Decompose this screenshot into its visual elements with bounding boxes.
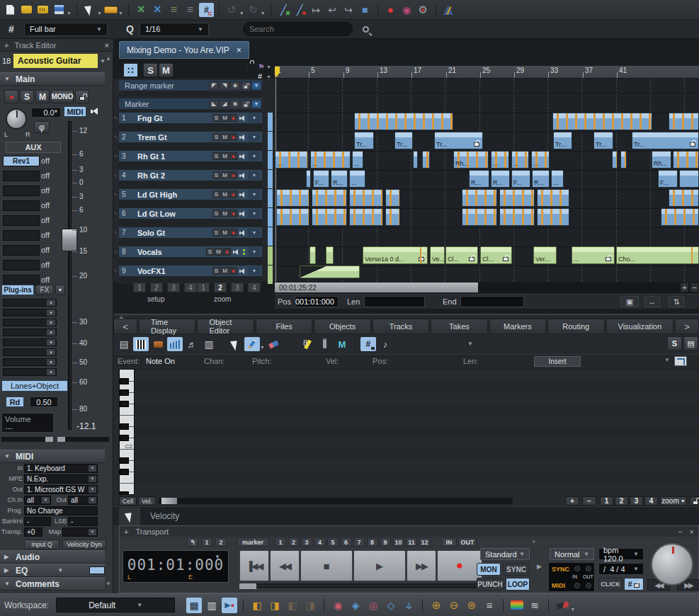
editor-tabs-scroll-left[interactable]: < (113, 319, 137, 334)
track-select-dropdown-icon[interactable]: ▼ (100, 58, 106, 64)
transport-marker-number[interactable]: 5 (327, 537, 339, 547)
transport-marker-number[interactable]: 6 (341, 537, 352, 547)
track-record-icon[interactable]: ● (223, 248, 231, 256)
track-mute-button[interactable]: M (221, 152, 229, 160)
search-box[interactable] (243, 22, 353, 36)
track-speaker-icon[interactable] (239, 210, 246, 217)
audio-clip[interactable] (413, 151, 418, 169)
toolbar-dropdown-icon[interactable]: ▼ (467, 341, 473, 347)
tempo-snap-button[interactable]: # (624, 578, 644, 591)
track-solo-button[interactable]: S (212, 133, 220, 141)
automation-icon[interactable]: ∿ (113, 153, 119, 159)
automation-icon[interactable]: ∿ (113, 134, 119, 140)
spectral-display-icon[interactable] (509, 598, 525, 613)
transport-scrollbar[interactable] (239, 583, 482, 589)
track-record-icon[interactable]: ● (229, 133, 237, 141)
zoom-preset-button[interactable]: 1 (197, 283, 210, 292)
audio-clip[interactable] (669, 189, 699, 207)
track-record-icon[interactable]: ● (229, 267, 237, 275)
piano-black-key[interactable] (120, 389, 129, 396)
track-editor-titlebar[interactable]: + Track Editor × (0, 39, 113, 52)
tab-markers[interactable]: Markers (489, 319, 546, 334)
track-speaker-icon[interactable] (239, 172, 246, 179)
track-dropdown-icon[interactable]: ▼ (248, 171, 261, 180)
header-flag-dropdown-icon[interactable]: ▼ (266, 64, 271, 69)
editor-zoom-preset-button[interactable]: 1 (600, 496, 613, 506)
note-draw-mode-icon[interactable] (674, 356, 687, 366)
track-row[interactable]: 7Solo GtSM●▼ (119, 227, 262, 238)
punch-button[interactable]: PUNCH (477, 578, 504, 591)
track-record-icon[interactable]: ● (229, 171, 237, 179)
plugin-slot[interactable]: ▼ (3, 348, 57, 356)
cursor-tool-dropdown-icon[interactable]: ▼ (97, 11, 102, 17)
aux-send-state[interactable]: off (41, 156, 58, 165)
track-speaker-icon[interactable] (239, 191, 246, 198)
marker-tool-icon[interactable]: ◈ (230, 81, 240, 90)
velocity-editor-icon[interactable] (167, 337, 183, 351)
audio-clip[interactable] (385, 208, 400, 226)
audio-clip[interactable] (462, 208, 497, 226)
pos-field[interactable]: 001:01:000 (295, 296, 339, 307)
len-field[interactable] (364, 296, 425, 307)
draw-volume-icon[interactable] (527, 598, 542, 613)
track-row[interactable]: 5Ld Gt HighSM●▼ (119, 189, 262, 200)
drum-editor-icon[interactable] (150, 337, 166, 351)
channel-out-select[interactable]: all▼ (68, 496, 98, 505)
punch-out-marker-icon[interactable] (267, 598, 283, 613)
pan-knob[interactable] (6, 108, 27, 130)
solo-button[interactable]: S (20, 90, 34, 103)
audio-clip[interactable] (499, 208, 535, 226)
marker-dropdown-icon[interactable]: ▼ (251, 100, 261, 108)
automation-icon[interactable]: ∿ (113, 229, 119, 236)
piano-black-key[interactable] (120, 401, 129, 407)
lanes-object-button[interactable]: Lanes+Object (1, 380, 68, 392)
track-row-name[interactable]: Ld Gt Low (132, 210, 212, 218)
audio-clip[interactable]: Rh... (652, 151, 671, 169)
track-solo-button[interactable]: S (212, 171, 220, 179)
punch-out-button[interactable]: OUT (458, 537, 477, 547)
audio-clip[interactable]: Tr... (553, 132, 572, 149)
volume-fader-track[interactable] (68, 121, 72, 430)
plugins-tab[interactable]: Plug-ins (1, 285, 34, 295)
aux-send-name[interactable]: Rev1 (3, 156, 40, 166)
piano-black-key[interactable] (120, 469, 129, 475)
aux-send-state[interactable]: off (41, 186, 58, 195)
track-row-name[interactable]: Rh Gt 1 (132, 152, 212, 161)
piano-black-key[interactable] (120, 423, 129, 430)
event-dropdown-icon[interactable]: ▼ (664, 357, 670, 363)
zoom-out-button[interactable]: − (690, 283, 699, 292)
marker-lock-icon[interactable] (241, 81, 251, 90)
event-list-icon[interactable] (116, 337, 132, 351)
loop-button[interactable]: LOOP (506, 578, 530, 591)
audio-clip[interactable] (620, 151, 627, 169)
editor-zoom-preset-button[interactable]: 3 (630, 496, 643, 506)
quantize-select[interactable]: 1/16▼ (140, 23, 209, 36)
map-select[interactable]: ▼ (62, 527, 98, 537)
loop-toggle-icon[interactable] (341, 3, 356, 17)
arrangement-canvas[interactable]: Tr...Tr...Tr...Tr...Tr...Tr............R… (275, 79, 699, 282)
track-record-icon[interactable]: ● (229, 229, 237, 236)
zoom-in-wave-icon[interactable] (428, 598, 444, 613)
end-field[interactable] (460, 296, 524, 307)
track-dropdown-icon[interactable]: ▼ (248, 228, 261, 237)
redo-dropdown-icon[interactable]: ▼ (261, 11, 266, 17)
transpose-field[interactable]: +0 (24, 527, 42, 537)
automation-param-box[interactable]: Volume --- (1, 413, 54, 433)
audio-clip[interactable]: F... (658, 170, 678, 188)
track-speaker-icon[interactable] (239, 134, 246, 141)
punch-in-marker-icon[interactable] (249, 598, 265, 613)
aux-send-name[interactable] (3, 200, 40, 211)
audio-clip[interactable]: Tr... (434, 132, 483, 149)
cursor-tool-icon[interactable] (82, 3, 97, 17)
save-icon[interactable] (52, 3, 67, 17)
paint-mode-dropdown-icon[interactable]: ▼ (570, 607, 575, 613)
audio-clip[interactable] (612, 151, 618, 169)
track-solo-button[interactable]: S (212, 210, 220, 217)
eraser-tool-icon[interactable] (266, 337, 282, 351)
phase-button[interactable]: φ (34, 121, 50, 133)
editor-lock-button[interactable] (690, 496, 699, 506)
velocity-tool-icon[interactable] (119, 508, 140, 525)
audio-clip[interactable] (552, 113, 652, 130)
paint-mode-icon[interactable] (555, 598, 570, 613)
tab-tracks[interactable]: Tracks (373, 319, 429, 334)
